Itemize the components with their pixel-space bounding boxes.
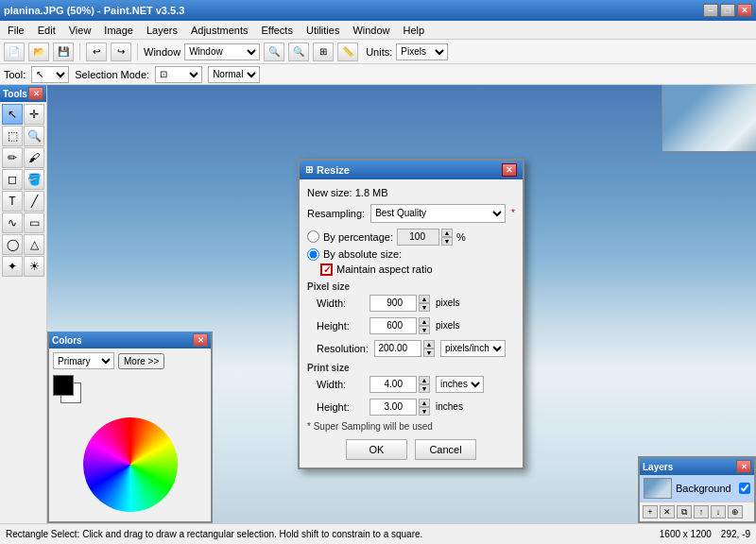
normal-select[interactable]: Normal: [208, 66, 260, 83]
menu-item-effects[interactable]: Effects: [256, 23, 299, 38]
menu-item-layers[interactable]: Layers: [141, 23, 183, 38]
print-height-spin-down[interactable]: ▼: [419, 407, 430, 416]
canvas-area[interactable]: ⊞ Resize ✕ New size: 1.8 MB Resampling: …: [47, 85, 756, 523]
tools-grid: ↖ ✛ ⬚ 🔍 ✏ 🖌 ◻ 🪣 T ╱ ∿ ▭ ◯ △ ✦ ☀: [0, 102, 46, 279]
tool-pencil[interactable]: ✏: [2, 147, 23, 168]
colors-close-button[interactable]: ✕: [193, 333, 208, 347]
menu-bar: FileEditViewImageLayersAdjustmentsEffect…: [0, 21, 756, 40]
pixel-width-row: Width: 900 ▲ ▼ pixels: [307, 295, 515, 312]
more-button[interactable]: More >>: [118, 353, 164, 369]
dialog-content: New size: 1.8 MB Resampling: Best Qualit…: [300, 179, 523, 468]
toolbar-undo[interactable]: ↩: [86, 42, 107, 61]
toolbar-zoom-out[interactable]: 🔍: [264, 42, 284, 61]
menu-item-window[interactable]: Window: [347, 23, 395, 38]
layer-add-button[interactable]: +: [643, 505, 658, 518]
pixel-width-spin-up[interactable]: ▲: [419, 295, 430, 303]
window-select[interactable]: Window: [184, 43, 260, 60]
tool-rect[interactable]: ▭: [24, 212, 44, 233]
resolution-row: Resolution: 200.00 ▲ ▼ pixels/inch: [307, 340, 515, 357]
maintain-aspect-checkbox[interactable]: ✓: [320, 264, 333, 276]
print-height-input[interactable]: 3.00: [369, 399, 417, 416]
toolbar-grid[interactable]: ⊞: [313, 42, 334, 61]
resolution-unit-select[interactable]: pixels/inch: [440, 340, 506, 357]
toolbar-rulers[interactable]: 📏: [337, 42, 358, 61]
tool-move[interactable]: ✛: [24, 104, 44, 125]
tool-brush[interactable]: 🖌: [24, 147, 44, 168]
tool-zoom[interactable]: 🔍: [24, 126, 44, 146]
toolbar-new[interactable]: 📄: [4, 42, 25, 61]
by-absolute-row: By absolute size:: [307, 248, 515, 261]
menu-item-utilities[interactable]: Utilities: [301, 23, 345, 38]
layer-item[interactable]: Background: [640, 475, 754, 502]
layer-down-button[interactable]: ↓: [711, 505, 726, 518]
toolbar-zoom-in[interactable]: 🔍: [288, 42, 309, 61]
menu-item-view[interactable]: View: [63, 23, 97, 38]
toolbar-save[interactable]: 💾: [53, 42, 74, 61]
tools-title-bar: Tools ✕: [0, 85, 46, 102]
by-absolute-radio[interactable]: [307, 248, 319, 261]
menu-item-image[interactable]: Image: [98, 23, 139, 38]
pixel-height-spin-down[interactable]: ▼: [419, 326, 430, 334]
toolbar-open[interactable]: 📂: [28, 42, 49, 61]
layer-visibility-checkbox[interactable]: [739, 483, 750, 494]
print-height-spin-up[interactable]: ▲: [419, 399, 430, 407]
primary-select[interactable]: Primary: [53, 352, 114, 369]
by-percentage-radio[interactable]: [307, 230, 319, 243]
pixel-height-input[interactable]: 600: [369, 317, 417, 334]
pixel-width-spin-down[interactable]: ▼: [419, 303, 430, 312]
tool-ellipse[interactable]: ◯: [2, 234, 23, 255]
layer-up-button[interactable]: ↑: [694, 505, 709, 518]
cancel-button[interactable]: Cancel: [415, 439, 476, 460]
tools-panel: Tools ✕ ↖ ✛ ⬚ 🔍 ✏ 🖌 ◻ 🪣 T ╱ ∿ ▭ ◯ △ ✦ ☀: [0, 85, 47, 523]
close-button[interactable]: ✕: [737, 4, 752, 17]
tool-select[interactable]: ↖: [2, 104, 23, 125]
resolution-spin-down[interactable]: ▼: [423, 348, 435, 357]
tool-freeform[interactable]: △: [24, 234, 44, 255]
menu-item-file[interactable]: File: [2, 23, 30, 38]
color-wheel-container[interactable]: [78, 417, 182, 521]
resolution-input[interactable]: 200.00: [374, 340, 421, 357]
maximize-button[interactable]: □: [720, 4, 735, 17]
tool-fill[interactable]: 🪣: [24, 169, 44, 190]
layers-close-button[interactable]: ✕: [736, 460, 751, 473]
tool-recolor[interactable]: ☀: [24, 256, 44, 277]
pixel-width-input[interactable]: 900: [369, 295, 417, 312]
menu-item-help[interactable]: Help: [398, 23, 431, 38]
color-wheel[interactable]: [83, 417, 178, 512]
print-width-unit-select[interactable]: inches: [436, 376, 484, 393]
dialog-close-button[interactable]: ✕: [502, 163, 517, 177]
print-height-label: Height:: [307, 401, 364, 413]
minimize-button[interactable]: –: [703, 4, 718, 17]
menu-item-adjustments[interactable]: Adjustments: [185, 23, 254, 38]
pixel-height-spin-up[interactable]: ▲: [419, 317, 430, 326]
layer-merge-button[interactable]: ⊕: [728, 505, 743, 518]
percentage-input[interactable]: 100: [397, 229, 439, 246]
selection-mode-select[interactable]: ⊡: [155, 66, 202, 83]
tool-curve[interactable]: ∿: [2, 212, 23, 233]
tool-selector[interactable]: ↖: [31, 66, 69, 83]
print-width-spin-down[interactable]: ▼: [419, 384, 430, 393]
toolbar-redo[interactable]: ↪: [111, 42, 131, 61]
resampling-select[interactable]: Best Quality: [370, 204, 506, 223]
units-label: Units:: [366, 46, 392, 58]
units-select[interactable]: Pixels: [396, 43, 448, 60]
resolution-spin-up[interactable]: ▲: [423, 340, 435, 348]
tool-line[interactable]: ╱: [24, 191, 44, 212]
percentage-spin-up[interactable]: ▲: [441, 229, 453, 237]
percentage-spin-down[interactable]: ▼: [441, 237, 453, 246]
layer-duplicate-button[interactable]: ⧉: [677, 505, 692, 518]
menu-item-edit[interactable]: Edit: [32, 23, 61, 38]
tool-eraser[interactable]: ◻: [2, 169, 23, 190]
print-width-spin-up[interactable]: ▲: [419, 376, 430, 384]
resize-dialog[interactable]: ⊞ Resize ✕ New size: 1.8 MB Resampling: …: [298, 159, 524, 469]
ok-button[interactable]: OK: [346, 439, 407, 460]
tool-text[interactable]: T: [2, 191, 23, 212]
foreground-color-swatch[interactable]: [53, 375, 74, 396]
tool-lasso[interactable]: ⬚: [2, 126, 23, 146]
tools-close-button[interactable]: ✕: [28, 87, 43, 100]
print-width-input[interactable]: 4.00: [369, 376, 417, 393]
colors-panel: Colors ✕ Primary More >>: [47, 332, 213, 523]
tool-clone[interactable]: ✦: [2, 256, 23, 277]
dialog-icon: ⊞: [305, 164, 313, 175]
layer-delete-button[interactable]: ✕: [660, 505, 675, 518]
